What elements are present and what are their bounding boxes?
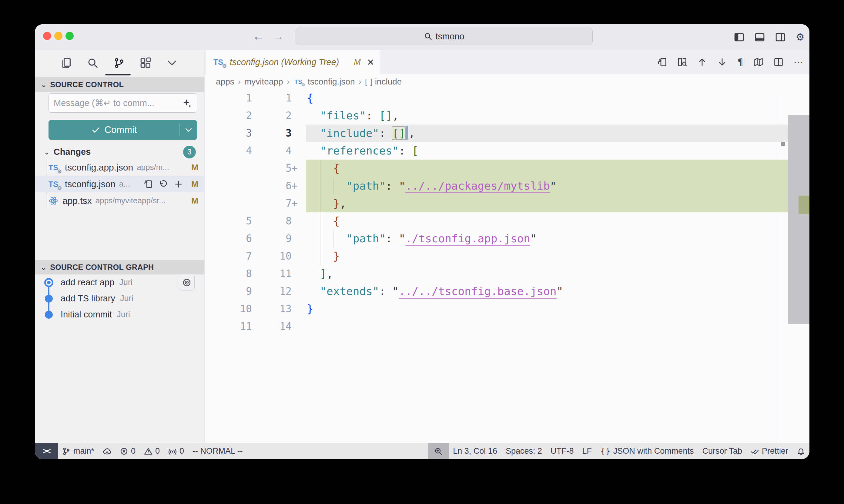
file-name: app.tsx — [63, 196, 92, 206]
ports-status-label: 0 — [179, 447, 184, 456]
breadcrumb-separator: › — [287, 77, 290, 87]
tab-label: tsconfig.json (Working Tree) — [230, 57, 349, 67]
ports-status[interactable]: 0 — [164, 443, 188, 459]
source-control-graph-header[interactable]: ⌄ SOURCE CONTROL GRAPH — [35, 260, 204, 274]
ts-file-icon: TS⚙ — [213, 57, 226, 68]
commit-row[interactable]: add TS libraryJuri — [35, 290, 204, 307]
activity-item-additional-views[interactable] — [166, 57, 178, 69]
commit-dropdown-button[interactable] — [180, 126, 197, 134]
modified-line-number: 2 — [252, 107, 299, 125]
code-line-3[interactable]: 33 "include": [], — [205, 125, 809, 142]
diff-editor[interactable]: 11{22 "files": [],33 "include": [],44 "r… — [205, 89, 809, 443]
warnings-status-label: 0 — [155, 447, 160, 456]
commit-row[interactable]: Initial commitJuri — [35, 307, 204, 323]
vscode-window: ← → tsmono ⚙ ⌄ SOURCE CONTROL Message (⌘… — [35, 24, 809, 459]
changed-file-tsconfig.json[interactable]: TS⚙tsconfig.jsona...M — [35, 176, 204, 192]
minimize-window-button[interactable] — [54, 32, 63, 40]
command-center-search[interactable]: tsmono — [296, 28, 593, 45]
branch-status[interactable]: main* — [58, 443, 99, 459]
modified-line-number: 1 — [252, 89, 299, 107]
eol[interactable]: LF — [578, 443, 596, 459]
commit-row[interactable]: add react appJuri — [35, 274, 204, 290]
language-mode-label: JSON with Comments — [613, 447, 694, 456]
code-line-10[interactable]: 710 } — [205, 248, 809, 265]
indentation[interactable]: Spaces: 2 — [501, 443, 546, 459]
toggle-panel-button[interactable] — [755, 32, 765, 42]
code-line-14[interactable]: 1114 — [205, 318, 809, 335]
breadcrumb-item-apps[interactable]: apps — [216, 77, 234, 87]
commit-button[interactable]: Commit — [49, 120, 197, 140]
manage-button[interactable]: ⚙ — [796, 32, 805, 42]
discard-changes-button[interactable] — [159, 180, 168, 189]
original-line-number: 2 — [205, 107, 252, 125]
modified-line-number: 11 — [252, 265, 299, 283]
source-control-header[interactable]: ⌄ SOURCE CONTROL — [35, 77, 204, 92]
sidebar: ⌄ SOURCE CONTROL Message (⌘↵ to comm... … — [35, 50, 205, 443]
open-file-button[interactable] — [144, 180, 153, 189]
modified-line-number: 12 — [252, 283, 299, 300]
close-tab-button[interactable]: ✕ — [365, 57, 374, 68]
breadcrumb-item-tsconfig.json[interactable]: TS⚙tsconfig.json — [293, 76, 355, 87]
remote-indicator[interactable]: >< — [35, 443, 58, 459]
code-line-7[interactable]: 7+ }, — [205, 195, 809, 212]
open-changes-button[interactable] — [657, 57, 667, 67]
toggle-minimap-button[interactable] — [754, 57, 763, 67]
language-mode[interactable]: {}JSON with Comments — [596, 443, 698, 459]
activity-item-source-control[interactable] — [113, 57, 125, 69]
remote-indicator-label: >< — [43, 447, 50, 455]
breadcrumb-item-include[interactable]: [ ]include — [365, 77, 402, 87]
forward-button[interactable]: → — [271, 30, 286, 43]
commit-message-input[interactable]: Message (⌘↵ to comm... — [49, 93, 197, 113]
split-editor-button[interactable] — [774, 57, 783, 67]
code-line-8[interactable]: 58 { — [205, 212, 809, 230]
toggle-primary-sidebar-button[interactable] — [734, 32, 744, 42]
code-line-13[interactable]: 1013} — [205, 300, 809, 318]
maximize-window-button[interactable] — [66, 32, 74, 40]
warnings-status[interactable]: 0 — [140, 443, 164, 459]
cursor-position[interactable]: Ln 3, Col 16 — [449, 443, 501, 459]
code-line-1[interactable]: 11{ — [205, 89, 809, 107]
sync-status[interactable] — [99, 443, 116, 459]
stage-changes-button[interactable] — [174, 180, 183, 189]
changes-section-header[interactable]: ⌄ Changes 3 — [35, 145, 204, 159]
activity-item-extensions[interactable] — [139, 57, 152, 69]
commit-graph-list: add react appJuriadd TS libraryJuriIniti… — [35, 274, 204, 323]
encoding[interactable]: UTF-8 — [546, 443, 578, 459]
code-line-12[interactable]: 912 "extends": "../../tsconfig.base.json… — [205, 283, 809, 300]
goto-commit-button[interactable] — [179, 275, 195, 290]
toggle-whitespace-button[interactable]: ¶ — [737, 57, 743, 67]
breadcrumb-item-myviteapp[interactable]: myviteapp — [244, 77, 283, 87]
formatter[interactable]: Prettier — [746, 443, 792, 459]
code-line-2[interactable]: 22 "files": [], — [205, 107, 809, 125]
activity-item-explorer[interactable] — [60, 57, 73, 69]
code-line-4[interactable]: 44 "references": [ — [205, 142, 809, 160]
notifications[interactable] — [792, 443, 809, 459]
vim-mode[interactable]: -- NORMAL -- — [188, 443, 247, 459]
zoom-indicator[interactable] — [428, 443, 449, 459]
next-change-button[interactable] — [717, 57, 727, 67]
modified-line-number: 6+ — [252, 177, 299, 195]
tab-completion[interactable]: Cursor Tab — [698, 443, 746, 459]
changed-file-app.tsx[interactable]: app.tsxapps/myviteapp/sr...M — [35, 192, 204, 209]
code-line-6[interactable]: 6+ "path": "../../packages/mytslib" — [205, 177, 809, 195]
more-actions-button[interactable]: ⋯ — [794, 57, 803, 67]
activity-item-search[interactable] — [86, 57, 99, 69]
target-icon — [182, 278, 191, 287]
back-button[interactable]: ← — [251, 30, 266, 43]
sparkle-icon[interactable] — [182, 98, 192, 108]
code-line-11[interactable]: 811 ], — [205, 265, 809, 283]
changed-file-tsconfig.app.json[interactable]: TS⚙tsconfig.app.jsonapps/m...M — [35, 159, 204, 176]
code-line-5[interactable]: 5+ { — [205, 160, 809, 177]
modified-line-number: 4 — [252, 142, 299, 160]
toggle-secondary-sidebar-button[interactable] — [775, 32, 786, 42]
tab-tsconfig-working-tree[interactable]: TS⚙ tsconfig.json (Working Tree) M ✕ — [206, 50, 380, 74]
commit-message: Initial commit — [61, 309, 112, 320]
previous-change-button[interactable] — [697, 57, 707, 67]
warning-icon — [144, 447, 153, 455]
cloud-upload-icon — [103, 447, 111, 455]
errors-status[interactable]: 0 — [116, 443, 140, 459]
close-window-button[interactable] — [43, 32, 51, 40]
search-icon — [87, 57, 99, 69]
search-in-diff-button[interactable] — [677, 57, 687, 67]
code-line-9[interactable]: 69 "path": "./tsconfig.app.json" — [205, 230, 809, 248]
